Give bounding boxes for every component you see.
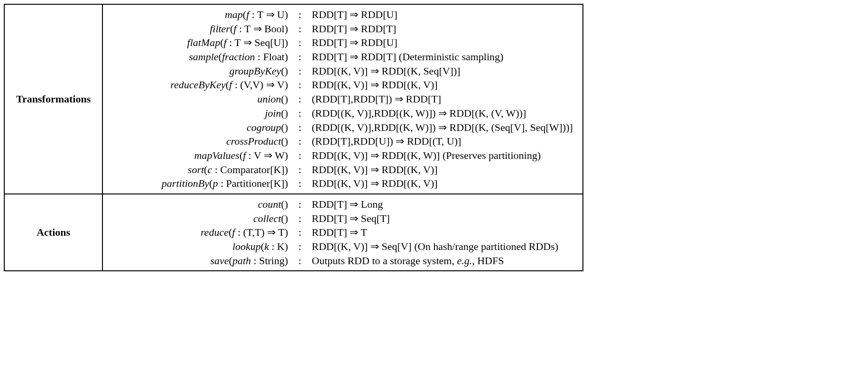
op-arg-type: : (V,V) ⇒ V	[232, 79, 285, 91]
op-function-name: crossProduct	[226, 135, 281, 147]
op-function-name: filter	[210, 23, 230, 35]
transformation-row: flatMap(f : T ⇒ Seq[U]):RDD[T] ⇒ RDD[U]	[108, 36, 573, 50]
colon-separator: :	[293, 176, 307, 191]
transformation-row: groupByKey():RDD[(K, V)] ⇒ RDD[(K, Seq[V…	[108, 64, 573, 78]
op-arg-name: c	[207, 164, 212, 175]
transformation-row: cogroup():(RDD[(K, V)],RDD[(K, W)]) ⇒ RD…	[108, 120, 573, 135]
op-signature: map(f : T ⇒ U)	[108, 8, 288, 22]
op-type-signature: RDD[(K, V)] ⇒ RDD[(K, V)]	[312, 176, 573, 191]
op-type-signature: RDD[T] ⇒ RDD[T] (Deterministic sampling)	[312, 50, 573, 64]
op-type: RDD[(K, V)] ⇒ RDD[(K, V)]	[312, 164, 437, 175]
op-type: RDD[(K, V)] ⇒ RDD[(K, W)]	[312, 149, 440, 161]
rdd-operations-table: Transformations map(f : T ⇒ U):RDD[T] ⇒ …	[4, 4, 583, 271]
op-type-signature: RDD[(K, V)] ⇒ RDD[(K, V)]	[312, 163, 573, 177]
action-row: count():RDD[T] ⇒ Long	[108, 197, 573, 212]
op-function-name: reduce	[201, 226, 229, 238]
op-type-text: Outputs RDD to a storage system,	[312, 255, 457, 267]
actions-cell: count():RDD[T] ⇒ Longcollect():RDD[T] ⇒ …	[102, 194, 583, 271]
op-arg-type: : V ⇒ W	[246, 149, 285, 161]
transformation-row: partitionBy(p : Partitioner[K]):RDD[(K, …	[108, 176, 573, 191]
colon-separator: :	[293, 106, 307, 120]
op-function-name: flatMap	[187, 37, 221, 48]
action-row: collect():RDD[T] ⇒ Seq[T]	[108, 212, 573, 226]
op-type: (RDD[(K, V)],RDD[(K, W)]) ⇒ RDD[(K, (V, …	[312, 107, 526, 119]
op-arg-name: path	[232, 255, 251, 267]
op-function-name: cogroup	[247, 121, 281, 133]
op-type: RDD[T] ⇒ RDD[T]	[312, 23, 396, 35]
colon-separator: :	[293, 92, 307, 106]
op-arg-name: fraction	[222, 51, 255, 63]
op-type-signature: RDD[(K, V)] ⇒ Seq[V] (On hash/range part…	[312, 240, 573, 254]
action-row: lookup(k : K):RDD[(K, V)] ⇒ Seq[V] (On h…	[108, 240, 573, 254]
op-signature: partitionBy(p : Partitioner[K])	[108, 176, 288, 191]
colon-separator: :	[293, 212, 307, 226]
op-function-name: union	[257, 93, 281, 105]
colon-separator: :	[293, 8, 307, 22]
op-signature: union()	[108, 92, 288, 106]
op-note: (Deterministic sampling)	[396, 51, 503, 63]
op-type-signature: RDD[T] ⇒ RDD[U]	[312, 8, 573, 22]
op-signature: sample(fraction : Float)	[108, 50, 288, 64]
op-type-signature: RDD[(K, V)] ⇒ RDD[(K, V)]	[312, 78, 573, 92]
op-type: (RDD[T],RDD[U]) ⇒ RDD[(T, U)]	[312, 135, 461, 147]
op-function-name: groupByKey	[229, 65, 281, 77]
op-arg-type: : String	[251, 255, 285, 267]
op-note: (On hash/range partitioned RDDs)	[412, 240, 558, 252]
op-arg-type: : T ⇒ Bool	[236, 23, 285, 35]
colon-separator: :	[293, 240, 307, 254]
action-row: save(path : String):Outputs RDD to a sto…	[108, 254, 573, 268]
colon-separator: :	[293, 64, 307, 78]
op-type: RDD[(K, V)] ⇒ RDD[(K, Seq[V])]	[312, 65, 460, 77]
colon-separator: :	[293, 197, 307, 212]
op-arg-type: : Float	[255, 51, 285, 63]
op-type-signature: (RDD[(K, V)],RDD[(K, W)]) ⇒ RDD[(K, (Seq…	[312, 120, 573, 135]
op-function-name: map	[225, 9, 243, 20]
op-type-signature: RDD[T] ⇒ RDD[U]	[312, 36, 573, 50]
colon-separator: :	[293, 22, 307, 36]
transformation-row: crossProduct():(RDD[T],RDD[U]) ⇒ RDD[(T,…	[108, 134, 573, 148]
colon-separator: :	[293, 120, 307, 135]
op-signature: filter(f : T ⇒ Bool)	[108, 22, 288, 36]
op-type-signature: (RDD[(K, V)],RDD[(K, W)]) ⇒ RDD[(K, (V, …	[312, 106, 573, 120]
category-transformations: Transformations	[4, 4, 102, 194]
op-signature: crossProduct()	[108, 134, 288, 148]
op-type-signature: (RDD[T],RDD[T]) ⇒ RDD[T]	[312, 92, 573, 106]
op-type: RDD[(K, V)] ⇒ RDD[(K, V)]	[312, 79, 437, 91]
op-signature: lookup(k : K)	[108, 240, 288, 254]
op-signature: reduceByKey(f : (V,V) ⇒ V)	[108, 78, 288, 92]
colon-separator: :	[293, 163, 307, 177]
colon-separator: :	[293, 50, 307, 64]
op-type: RDD[T] ⇒ T	[312, 226, 367, 238]
transformations-cell: map(f : T ⇒ U):RDD[T] ⇒ RDD[U]filter(f :…	[102, 4, 583, 194]
op-type: RDD[T] ⇒ RDD[U]	[312, 37, 397, 48]
op-function-name: sample	[189, 51, 218, 63]
op-function-name: mapValues	[194, 149, 240, 161]
op-type-signature: RDD[(K, V)] ⇒ RDD[(K, Seq[V])]	[312, 64, 573, 78]
op-signature: groupByKey()	[108, 64, 288, 78]
op-function-name: partitionBy	[162, 177, 209, 189]
op-type-signature: RDD[T] ⇒ RDD[T]	[312, 22, 573, 36]
op-arg-type: : T ⇒ Seq[U]	[227, 37, 285, 48]
op-type: RDD[T] ⇒ RDD[U]	[312, 9, 397, 20]
op-function-name: lookup	[232, 240, 261, 252]
op-type-signature: RDD[T] ⇒ Long	[312, 197, 573, 212]
op-note: (Preserves partitioning)	[440, 149, 541, 161]
colon-separator: :	[293, 36, 307, 50]
op-signature: mapValues(f : V ⇒ W)	[108, 148, 288, 163]
op-function-name: collect	[253, 212, 281, 224]
op-signature: cogroup()	[108, 120, 288, 135]
op-type: RDD[T] ⇒ Long	[312, 198, 383, 210]
transformation-row: sample(fraction : Float):RDD[T] ⇒ RDD[T]…	[108, 50, 573, 64]
transformation-row: mapValues(f : V ⇒ W):RDD[(K, V)] ⇒ RDD[(…	[108, 148, 573, 163]
op-function-name: join	[265, 107, 281, 119]
op-type: RDD[(K, V)] ⇒ Seq[V]	[312, 240, 412, 252]
transformation-row: union():(RDD[T],RDD[T]) ⇒ RDD[T]	[108, 92, 573, 106]
colon-separator: :	[293, 148, 307, 163]
transformation-row: reduceByKey(f : (V,V) ⇒ V):RDD[(K, V)] ⇒…	[108, 78, 573, 92]
op-arg-type: : (T,T) ⇒ T	[235, 226, 285, 238]
op-type-text: HDFS	[475, 255, 504, 267]
op-signature: count()	[108, 197, 288, 212]
op-signature: sort(c : Comparator[K])	[108, 163, 288, 177]
op-type: RDD[T] ⇒ RDD[T]	[312, 51, 396, 63]
op-type: (RDD[(K, V)],RDD[(K, W)]) ⇒ RDD[(K, (Seq…	[312, 121, 573, 133]
